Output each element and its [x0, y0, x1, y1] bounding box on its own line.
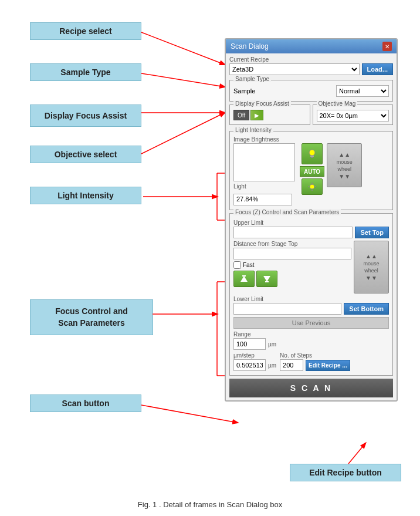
- umstep-group: µm/step µm: [233, 352, 276, 373]
- pgupdown-buttons: [233, 271, 351, 287]
- set-top-button[interactable]: Set Top: [355, 227, 389, 238]
- pgup-icon: [239, 274, 249, 284]
- umstep-label: µm/step: [233, 352, 276, 359]
- mouse-wheel-focus: ▲▲ mouse wheel ▼▼: [354, 241, 389, 294]
- focus-control-frame: Focus (Z) Control and Scan Parameters Up…: [229, 213, 393, 376]
- scan-button[interactable]: S C A N: [229, 379, 393, 397]
- lower-limit-label: Lower Limit: [233, 296, 389, 302]
- light-on-button[interactable]: [302, 143, 323, 164]
- light-intensity-label: Light Intensity: [30, 187, 141, 204]
- nosteps-group: No. of Steps Edit Recipe ...: [280, 352, 350, 373]
- umstep-input[interactable]: [233, 359, 266, 371]
- dialog-body: Current Recipe Zeta3D Load... Sample Typ…: [226, 53, 397, 400]
- fast-row: Fast: [233, 261, 351, 269]
- svg-line-13: [348, 443, 365, 464]
- range-input[interactable]: [233, 338, 266, 350]
- sample-type-frame: Sample Type Sample Normal: [229, 80, 393, 102]
- objective-frame-title: Objective Mag: [317, 100, 358, 107]
- toggle-switch[interactable]: Off ▶: [233, 110, 263, 120]
- upper-limit-label: Upper Limit: [233, 220, 389, 226]
- svg-marker-22: [241, 276, 248, 282]
- range-label: Range: [233, 331, 389, 338]
- bulb-icon: [306, 148, 318, 160]
- pgup-button[interactable]: [233, 271, 255, 287]
- figure-caption: Fig. 1 . Detail of frames in Scan Dialog…: [0, 500, 420, 509]
- use-previous-button[interactable]: Use Previous: [233, 317, 389, 329]
- sample-type-dropdown[interactable]: Normal: [336, 85, 389, 97]
- image-brightness-display: [233, 143, 295, 181]
- scan-button-label: Scan button: [30, 394, 141, 412]
- range-row: Range µm: [233, 331, 389, 350]
- objective-dropdown[interactable]: 20X= 0x 0µm: [317, 110, 389, 122]
- edit-recipe-button-label: Edit Recipe button: [290, 464, 401, 481]
- set-bottom-button[interactable]: Set Bottom: [344, 303, 389, 315]
- image-brightness-label: Image Brightness: [233, 136, 389, 143]
- toggle-off: Off: [233, 110, 249, 120]
- brightness-controls: Light 27.84%: [233, 143, 295, 205]
- edit-recipe-button[interactable]: Edit Recipe ...: [306, 360, 350, 371]
- light-value-display: 27.84%: [233, 194, 292, 205]
- light-intensity-frame-title: Light Intensity: [233, 127, 273, 133]
- focus-objective-row: Display Focus Assist Off ▶ Objective Mag…: [229, 104, 393, 128]
- objective-frame: Objective Mag 20X= 0x 0µm: [313, 104, 394, 125]
- page-container: Recipe select Sample Type Display Focus …: [0, 0, 420, 516]
- svg-rect-25: [265, 281, 269, 282]
- upper-limit-row: Set Top: [233, 227, 389, 238]
- dialog-close-button[interactable]: ✕: [382, 42, 392, 51]
- objective-dropdown-row: 20X= 0x 0µm: [317, 110, 389, 122]
- svg-line-1: [141, 73, 225, 87]
- display-focus-label: Display Focus Assist: [30, 104, 141, 127]
- recipe-select-label: Recipe select: [30, 22, 141, 40]
- current-recipe-label: Current Recipe: [229, 56, 393, 63]
- svg-line-3: [141, 113, 225, 154]
- range-unit: µm: [268, 341, 276, 348]
- pgdown-button[interactable]: [256, 271, 277, 287]
- step-row: µm/step µm No. of Steps Edit Recipe ...: [233, 352, 389, 373]
- light-adjust-button[interactable]: [302, 178, 323, 195]
- toggle-arrow: ▶: [250, 110, 263, 120]
- pgdown-icon: [262, 274, 272, 284]
- use-previous-row: Use Previous: [233, 317, 389, 329]
- light-intensity-row: Light 27.84% AUTO: [233, 143, 389, 205]
- no-steps-label: No. of Steps: [280, 352, 350, 359]
- dialog-titlebar: Scan Dialog ✕: [226, 39, 397, 53]
- objective-select-label: Objective select: [30, 146, 141, 163]
- svg-line-12: [141, 405, 238, 423]
- svg-marker-24: [263, 276, 270, 282]
- scan-dialog: Scan Dialog ✕ Current Recipe Zeta3D Load…: [225, 38, 398, 402]
- svg-point-14: [309, 150, 315, 156]
- upper-limit-input[interactable]: [233, 227, 353, 238]
- lower-limit-row: Set Bottom: [233, 303, 389, 315]
- load-button[interactable]: Load...: [362, 63, 393, 75]
- distance-input[interactable]: [233, 248, 351, 259]
- svg-line-0: [141, 32, 225, 65]
- umstep-unit: µm: [268, 362, 276, 369]
- distance-section: Distance from Stage Top Fast: [233, 241, 389, 294]
- distance-label: Distance from Stage Top: [233, 241, 351, 247]
- recipe-dropdown[interactable]: Zeta3D: [229, 63, 360, 75]
- svg-rect-15: [310, 156, 314, 157]
- sample-type-row: Sample Normal: [233, 85, 389, 97]
- fast-checkbox[interactable]: [233, 261, 241, 269]
- dialog-title: Scan Dialog: [231, 42, 269, 50]
- display-focus-frame: Display Focus Assist Off ▶: [229, 104, 310, 125]
- svg-point-17: [310, 184, 314, 189]
- focus-control-frame-title: Focus (Z) Control and Scan Parameters: [233, 209, 341, 215]
- no-steps-input[interactable]: [280, 359, 303, 371]
- distance-controls: Distance from Stage Top Fast: [233, 241, 351, 287]
- light-label: Light: [233, 183, 246, 190]
- sample-type-label: Sample Type: [30, 63, 141, 81]
- lower-limit-input[interactable]: [233, 303, 341, 315]
- toggle-row: Off ▶: [233, 110, 306, 120]
- display-focus-frame-title: Display Focus Assist: [233, 100, 291, 107]
- sample-type-frame-title: Sample Type: [233, 76, 271, 82]
- current-recipe-row: Zeta3D Load...: [229, 63, 393, 75]
- light-intensity-frame: Light Intensity Image Brightness Light 2…: [229, 131, 393, 210]
- svg-rect-23: [242, 275, 246, 276]
- sample-label: Sample: [233, 87, 334, 95]
- focus-control-label: Focus Control and Scan Parameters: [30, 299, 153, 335]
- light-value-row: Light: [233, 183, 295, 190]
- auto-button[interactable]: AUTO: [300, 166, 324, 177]
- mouse-wheel-light: ▲▲ mouse wheel ▼▼: [327, 143, 362, 187]
- fast-label: Fast: [243, 262, 254, 268]
